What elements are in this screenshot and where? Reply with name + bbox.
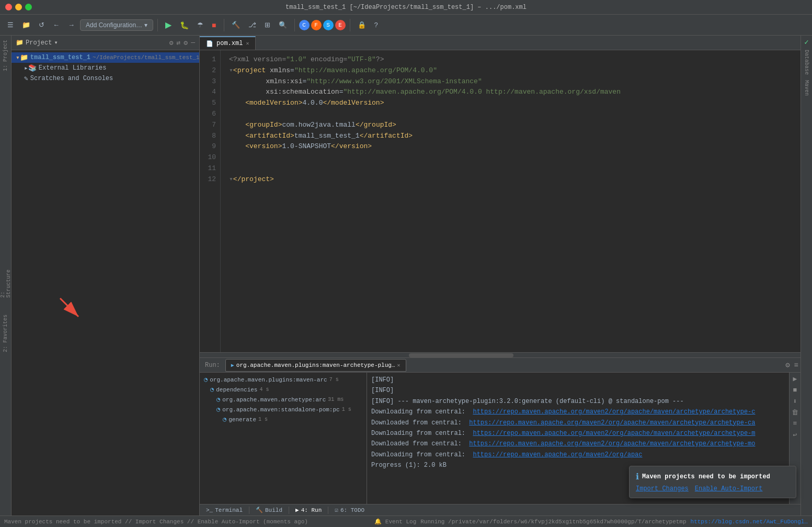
edge-icon[interactable]: E	[335, 20, 346, 30]
run-tab-maven[interactable]: ▶ org.apache.maven.plugins:maven-archety…	[225, 359, 406, 372]
project-strip-label[interactable]: 1: Project	[3, 40, 8, 71]
run-tab-icon: ▶	[231, 362, 234, 368]
gear-icon[interactable]: ⚙	[184, 39, 188, 47]
download-link-2[interactable]: https://repo.maven.apache.org/maven2/org…	[469, 419, 755, 427]
favorites-label[interactable]: 2: Favorites	[3, 315, 8, 352]
todo-tab[interactable]: ☑ 6: TODO	[333, 507, 367, 513]
run-tree-root[interactable]: ◔ org.apache.maven.plugins:maven-arc 7 s	[200, 375, 367, 385]
status-bar: Maven projects need to be imported // Im…	[0, 515, 812, 527]
run-arc-label: org.apache.maven.archetype:arc	[222, 397, 326, 403]
run-rerun-icon[interactable]: ▶	[793, 375, 797, 383]
favorites-strip: 2: Favorites	[0, 286, 12, 380]
line-12: 12	[200, 174, 220, 185]
run-arc-spinner: ◔	[216, 396, 220, 403]
scratches-item[interactable]: ✎ Scratches and Consoles	[12, 73, 199, 84]
run-label: Run:	[202, 362, 223, 369]
debug-button[interactable]: 🐛	[177, 19, 192, 31]
project-button[interactable]: 📁	[19, 19, 33, 31]
download-link-1[interactable]: https://repo.maven.apache.org/maven2/org…	[473, 408, 755, 416]
run-generate-time: 1 s	[258, 417, 268, 422]
toolbar-separator-4	[350, 19, 350, 31]
run-tab-btn[interactable]: ▶ 4: Run	[293, 507, 324, 513]
download-link-5[interactable]: https://repo.maven.apache.org/maven2/org…	[473, 451, 642, 458]
maven-label[interactable]: Maven	[803, 78, 810, 98]
run-clear-icon[interactable]: 🗑	[792, 409, 798, 417]
pom-xml-tab[interactable]: 📄 pom.xml ✕	[200, 36, 256, 50]
terminal-tab[interactable]: >_ Terminal	[204, 507, 245, 513]
toolbar-separator-3	[294, 19, 295, 31]
stop-button[interactable]: ■	[209, 19, 219, 31]
code-content[interactable]: <?xml version="1.0" encoding="UTF-8"?> ▾…	[221, 50, 800, 352]
tab-close-icon[interactable]: ✕	[246, 40, 249, 47]
window-controls[interactable]	[5, 4, 32, 10]
run-tree-generate[interactable]: ◔ generate 1 s	[200, 414, 367, 424]
inspect-button[interactable]: 🔒	[354, 19, 369, 31]
coverage-button[interactable]: ☂	[194, 19, 207, 31]
run-tree-deps[interactable]: ◔ dependencies 4 s	[200, 385, 367, 395]
root-folder-icon: ▾📁	[16, 53, 28, 62]
build-tab[interactable]: 🔨 Build	[254, 507, 284, 513]
enable-auto-import-button[interactable]: Enable Auto-Import	[695, 485, 763, 492]
editor-content[interactable]: 1 2 3 4 5 6 7 8 9 10 11 12 <?xml version…	[200, 50, 800, 352]
folder-icon: 📁	[16, 39, 24, 47]
run-stop-icon[interactable]: ■	[793, 386, 797, 394]
firefox-icon[interactable]: F	[311, 20, 322, 30]
run-wrap-icon[interactable]: ↩	[793, 431, 797, 439]
project-title-label: Project	[26, 39, 52, 47]
forward-button[interactable]: →	[65, 19, 78, 31]
run-root-label: org.apache.maven.plugins:maven-arc	[210, 377, 327, 383]
editor-container: 📄 pom.xml ✕ 1 2 3 4 5 6 7 8 9 10 11 12 <…	[200, 36, 800, 515]
help-button[interactable]: ?	[371, 19, 381, 31]
editor-scrollbar[interactable]	[200, 352, 800, 357]
line-2: 2	[200, 65, 220, 76]
download-link-4[interactable]: https://repo.maven.apache.org/maven2/org…	[469, 440, 755, 447]
menu-button[interactable]: ☰	[4, 19, 17, 31]
line-9: 9	[200, 141, 220, 152]
bottom-toolbar: >_ Terminal 🔨 Build ▶ 4: Run ☑ 6: TODO	[200, 504, 800, 515]
run-tab-close-icon[interactable]: ✕	[397, 362, 401, 368]
bt-sep-2	[289, 507, 289, 514]
run-filter-icon[interactable]: ≡	[793, 420, 797, 428]
external-libraries-item[interactable]: ▸📚 External Libraries	[12, 63, 199, 73]
output-line-8: Downloading from central: https://repo.m…	[371, 450, 785, 460]
maximize-button[interactable]	[25, 4, 32, 10]
search-button[interactable]: 🔍	[276, 19, 290, 31]
chrome-icon[interactable]: C	[299, 20, 310, 30]
pom-xml-tab-label: pom.xml	[216, 40, 243, 47]
database-label[interactable]: Database	[803, 48, 810, 77]
run-standalone-spinner: ◔	[216, 406, 220, 413]
event-log-icon: 🔔	[374, 519, 382, 525]
terminal-button[interactable]: ⊞	[261, 19, 273, 31]
refresh-button[interactable]: ↺	[36, 19, 48, 31]
ext-lib-label: External Libraries	[39, 64, 107, 72]
line-6: 6	[200, 109, 220, 120]
build-button[interactable]: 🔨	[228, 19, 243, 31]
event-log-label[interactable]: 🔔 Event Log	[374, 518, 416, 525]
minimize-button[interactable]	[15, 4, 22, 10]
git-button[interactable]: ⎇	[245, 19, 259, 31]
run-settings-icon[interactable]: ⚙	[785, 361, 790, 369]
settings-icon[interactable]: ⚙	[169, 39, 174, 47]
back-button[interactable]: ←	[50, 19, 63, 31]
structure-label[interactable]: 2: Structure	[0, 270, 12, 298]
download-link-3[interactable]: https://repo.maven.apache.org/maven2/org…	[473, 430, 755, 437]
import-changes-button[interactable]: Import Changes	[636, 485, 689, 492]
run-panel-options-icon[interactable]: ≡	[794, 361, 798, 369]
run-deps-time: 4 s	[259, 387, 269, 393]
dropdown-icon: ▾	[144, 21, 147, 29]
add-configuration-button[interactable]: Add Configuration… ▾	[80, 19, 153, 31]
scrollbar-thumb[interactable]	[409, 353, 513, 357]
build-icon: 🔨	[256, 507, 263, 513]
run-button[interactable]: ▶	[162, 18, 175, 32]
root-label: tmall_ssm_test_1	[30, 54, 90, 61]
collapse-icon[interactable]: —	[191, 39, 195, 47]
sync-icon[interactable]: ⇄	[177, 39, 181, 47]
project-root-item[interactable]: ▾📁 tmall_ssm_test_1 ~/IdeaProjects/tmall…	[12, 52, 199, 63]
run-scroll-end-icon[interactable]: ⬇	[793, 397, 797, 406]
status-link[interactable]: https://blog.csdn.net/Awt_FuDongl…	[691, 519, 808, 525]
run-tree-standalone[interactable]: ◔ org.apache.maven:standalone-pom:pc 1 s	[200, 405, 367, 414]
safari-icon[interactable]: S	[323, 20, 334, 30]
toolbar-separator-1	[157, 19, 158, 31]
close-button[interactable]	[5, 4, 12, 10]
run-tree-archetype-arc[interactable]: ◔ org.apache.maven.archetype:arc 31 ms	[200, 395, 367, 405]
